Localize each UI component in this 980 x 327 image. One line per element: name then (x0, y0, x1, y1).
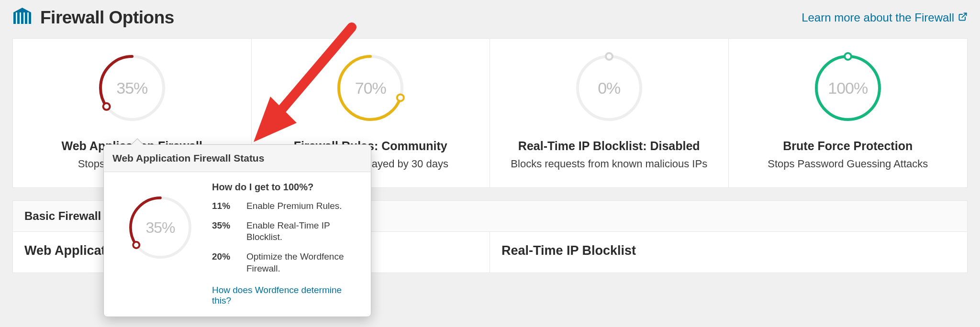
popover-gauge: 35% (122, 189, 199, 266)
svg-rect-4 (29, 12, 31, 24)
popover-item-pct: 35% (212, 220, 235, 243)
popover-item-pct: 11% (212, 200, 235, 212)
svg-rect-2 (21, 12, 23, 24)
card-subtitle: Blocks requests from known malicious IPs (496, 157, 723, 171)
popover-item: 11% Enable Premium Rules. (212, 200, 362, 212)
waf-status-popover: Web Application Firewall Status 35% How … (103, 144, 371, 317)
popover-title: Web Application Firewall Status (104, 145, 371, 172)
popover-item-desc: Enable Real-Time IP Blocklist. (246, 220, 362, 243)
card-title: Real-Time IP Blocklist: Disabled (496, 139, 723, 153)
popover-item-desc: Optimize the Wordfence Firewall. (246, 251, 362, 274)
gauge-brute: 100% (807, 47, 889, 129)
external-link-icon (958, 11, 968, 24)
popover-item: 35% Enable Real-Time IP Blocklist. (212, 220, 362, 243)
gauge-blocklist: 0% (568, 47, 650, 129)
popover-help-link[interactable]: How does Wordfence determine this? (212, 285, 362, 306)
gauge-pct: 70% (330, 47, 411, 129)
svg-rect-3 (25, 12, 27, 24)
gauge-pct: 35% (91, 47, 173, 129)
svg-rect-0 (13, 12, 16, 24)
page-title: Firewall Options (40, 8, 174, 28)
learn-more-text: Learn more about the Firewall (802, 11, 954, 24)
popover-item-pct: 20% (212, 251, 235, 274)
popover-item-desc: Enable Premium Rules. (246, 200, 362, 212)
gauge-rules: 70% (330, 47, 411, 129)
card-title: Brute Force Protection (735, 139, 962, 153)
card-blocklist[interactable]: 0% Real-Time IP Blocklist: Disabled Bloc… (490, 39, 729, 187)
blocklist-col: Real-Time IP Blocklist (490, 232, 967, 272)
learn-more-link[interactable]: Learn more about the Firewall (802, 11, 968, 24)
gauge-pct: 0% (568, 47, 650, 129)
card-brute-force[interactable]: 100% Brute Force Protection Stops Passwo… (729, 39, 968, 187)
popover-gauge-pct: 35% (122, 189, 199, 266)
gauge-pct: 100% (807, 47, 889, 129)
popover-question: How do I get to 100%? (212, 182, 362, 193)
shield-icon (12, 8, 33, 28)
svg-line-5 (962, 13, 966, 18)
svg-rect-1 (17, 12, 20, 24)
popover-item: 20% Optimize the Wordfence Firewall. (212, 251, 362, 274)
gauge-waf: 35% (91, 47, 173, 129)
blocklist-title: Real-Time IP Blocklist (501, 243, 956, 258)
card-subtitle: Stops Password Guessing Attacks (735, 157, 962, 171)
